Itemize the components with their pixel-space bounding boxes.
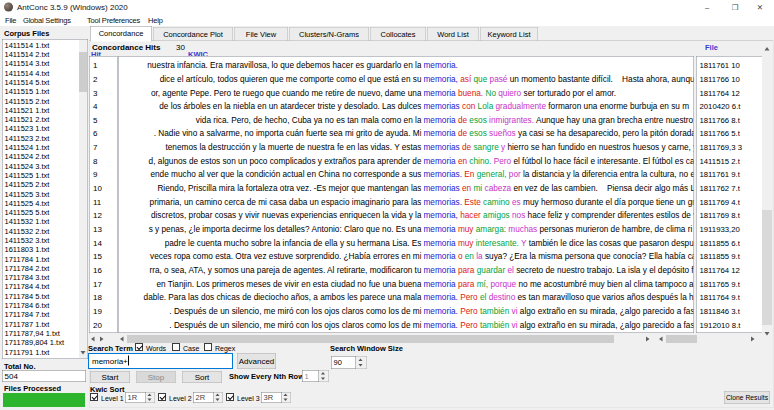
spin-down-icon[interactable] [321, 378, 325, 381]
file-name[interactable]: 1811855 9.t [697, 250, 772, 264]
corpus-scrollbar-thumb[interactable] [79, 52, 87, 92]
kwic-keyword[interactable]: memoria, [424, 74, 458, 83]
kwic-row[interactable]: discretos, probar cosas y vivir nuevas e… [119, 209, 694, 223]
kwic-row[interactable]: dable. Para las dos chicas de dieciocho … [119, 291, 694, 305]
file-name[interactable]: 1912010 8.t [697, 318, 772, 332]
kwic-row[interactable]: . Después de un silencio, me miró con lo… [119, 318, 694, 332]
corpus-file-item[interactable]: 1411524 3.txt [3, 161, 88, 170]
menu-file[interactable]: File [5, 16, 16, 25]
corpus-file-item[interactable]: 1711791 1.txt [3, 347, 88, 356]
corpus-file-item[interactable]: 1411532 1.txt [3, 217, 88, 226]
file-scroll-left-icon[interactable] [659, 337, 663, 342]
corpus-file-item[interactable]: 1711784 6.txt [3, 301, 88, 310]
kwic-keyword[interactable]: memoria, [424, 211, 458, 220]
kwic-row[interactable]: s y penas, ¿le importa decirme los detal… [119, 222, 694, 236]
kwic-row[interactable]: . Después de un silencio, me miró con lo… [119, 304, 694, 318]
kwic-row[interactable]: or, agente Pepe. Pero te ruego que cuand… [119, 86, 694, 100]
file-name[interactable]: 2010420 6.t [697, 99, 772, 113]
file-name[interactable]: 1811766 10 [697, 72, 772, 86]
kwic-row[interactable]: nuestra infancia. Era maravillosa, lo qu… [119, 59, 694, 73]
file-name[interactable]: 1411515 2.t [697, 154, 772, 168]
corpus-file-item[interactable]: 1411532 2.txt [3, 226, 88, 235]
clone-results-button[interactable]: Clone Results [724, 391, 770, 404]
kwic-keyword[interactable]: memoria. [424, 306, 458, 315]
close-button[interactable]: ✕ [751, 2, 769, 12]
file-name[interactable]: 1811764 12 [697, 86, 772, 100]
kwic-keyword[interactable]: memoria. [424, 293, 458, 302]
corpus-file-item[interactable]: 1411521 2.txt [3, 115, 88, 124]
stop-button[interactable]: Stop [136, 371, 176, 383]
file-name[interactable]: 1811762 7.t [697, 181, 772, 195]
kwic-row[interactable]: padre le cuenta mucho sobre la infancia … [119, 236, 694, 250]
kwic-row[interactable]: Riendo, Priscilla mira la fortaleza otra… [119, 181, 694, 195]
scroll-up-icon[interactable] [765, 47, 770, 51]
file-hscrollbar-thumb[interactable] [666, 335, 697, 343]
tab-word-list[interactable]: Word List [427, 27, 479, 41]
kwic-keyword[interactable]: memoria [424, 238, 456, 247]
nth-row-value[interactable]: 1 [302, 370, 319, 382]
kwic-scroll-right-icon[interactable] [646, 337, 650, 342]
file-name[interactable]: 1811766 5.t [697, 127, 772, 141]
corpus-file-item[interactable]: 1411523 1.txt [3, 124, 88, 133]
advanced-button[interactable]: Advanced [237, 353, 276, 369]
file-name[interactable]: 1811855 6.t [697, 236, 772, 250]
kwic-row[interactable]: tenemos la destrucción y la muerte de nu… [119, 140, 694, 154]
corpus-file-item[interactable]: 1411521 1.txt [3, 106, 88, 115]
kwic-row[interactable]: rra, o sea, ATA, y somos una pareja de a… [119, 263, 694, 277]
minimize-button[interactable]: – [698, 2, 716, 12]
corpus-file-item[interactable]: 1411532 3.txt [3, 236, 88, 245]
tab-clusters-n-grams[interactable]: Clusters/N-Grams [289, 27, 369, 41]
kwic-keyword[interactable]: memoria [424, 279, 456, 288]
words-checkbox[interactable] [135, 343, 143, 351]
corpus-file-item[interactable]: 1411514 4.txt [3, 68, 88, 77]
kwic-keyword[interactable]: memoria [424, 156, 456, 165]
level-1-checkbox[interactable] [90, 393, 98, 401]
spin-up-icon[interactable] [359, 359, 363, 362]
file-scroll-right-icon[interactable] [751, 337, 755, 342]
corpus-file-item[interactable]: 1711784 2.txt [3, 264, 88, 273]
regex-checkbox[interactable] [204, 343, 212, 351]
kwic-keyword[interactable]: memorias [424, 183, 460, 192]
corpus-file-item[interactable]: 1411525 3.txt [3, 189, 88, 198]
file-name[interactable]: 1811769 4.t [697, 195, 772, 209]
sort-button[interactable]: Sort [182, 371, 222, 383]
kwic-keyword[interactable]: memoria. [424, 320, 458, 329]
file-name[interactable]: 1811769,3 3 [697, 140, 772, 154]
corpus-file-item[interactable]: 1711784 1.txt [3, 254, 88, 263]
kwic-row[interactable]: de los árboles en la niebla en un atarde… [119, 99, 694, 113]
kwic-scroll-left-icon[interactable] [120, 337, 124, 342]
corpus-file-item[interactable]: 1411514 5.txt [3, 78, 88, 87]
corpus-file-item[interactable]: 1611803 1.txt [3, 245, 88, 254]
spin-up-icon[interactable] [321, 372, 325, 375]
corpus-file-item[interactable]: 1711784 3.txt [3, 273, 88, 282]
menu-tool-preferences[interactable]: Tool Preferences [87, 16, 140, 25]
file-name[interactable]: 1811766 8.t [697, 113, 772, 127]
kwic-row[interactable]: d, algunos de estos son un poco complica… [119, 154, 694, 168]
menu-global-settings[interactable]: Global Settings [23, 16, 71, 25]
kwic-row[interactable]: veces ropa como esta. Otra vez estuve so… [119, 250, 694, 264]
spin-down-icon[interactable] [359, 364, 363, 367]
kwic-keyword[interactable]: memoria [424, 252, 456, 261]
kwic-row[interactable]: . Nadie vino a salvarme, no importa cuán… [119, 127, 694, 141]
level-2-spinner[interactable] [214, 392, 223, 403]
case-checkbox[interactable] [172, 343, 180, 351]
tab-collocates[interactable]: Collocates [370, 27, 426, 41]
corpus-file-item[interactable]: 1711784 4.txt [3, 282, 88, 291]
file-name[interactable]: 1811769 8.t [697, 209, 772, 223]
corpus-file-item[interactable]: 1411524 2.txt [3, 152, 88, 161]
kwic-keyword[interactable]: memoria [424, 265, 456, 274]
hit-scroll-right-icon[interactable] [100, 337, 104, 342]
corpus-file-item[interactable]: 1411523 2.txt [3, 133, 88, 142]
level-1-value[interactable]: 1R [125, 392, 146, 403]
corpus-file-item[interactable]: 1711789,804 1.txt [3, 338, 88, 347]
menu-help[interactable]: Help [148, 16, 163, 25]
tab-concordance-plot[interactable]: Concordance Plot [153, 27, 233, 41]
file-name[interactable]: 1811761 10 [697, 59, 772, 73]
file-name[interactable]: 1811764 12 [697, 263, 772, 277]
search-window-size-spinner[interactable] [356, 356, 367, 369]
corpus-file-item[interactable]: 1411515 1.txt [3, 87, 88, 96]
kwic-keyword[interactable]: memoria [424, 129, 456, 138]
search-window-size-value[interactable]: 90 [331, 356, 356, 369]
file-name[interactable]: 1811761 9.t [697, 168, 772, 182]
kwic-keyword[interactable]: memorias [424, 142, 460, 151]
